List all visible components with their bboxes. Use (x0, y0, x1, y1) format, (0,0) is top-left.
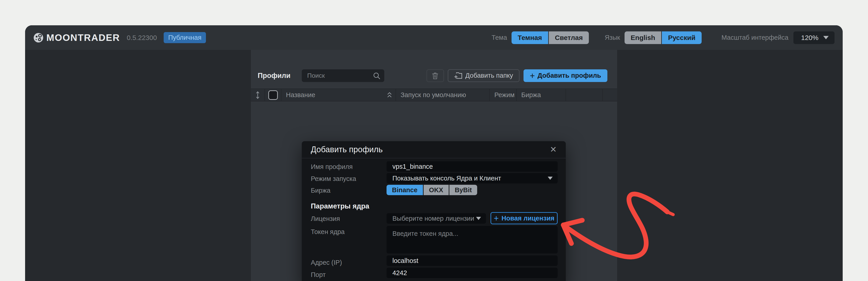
profiles-search (302, 69, 384, 82)
profiles-title: Профили (258, 72, 290, 80)
column-extra-1 (566, 89, 603, 101)
theme-light-button[interactable]: Светлая (548, 31, 589, 44)
core-token-label: Токен ядра (311, 228, 345, 236)
trash-icon (432, 72, 438, 79)
logo: MOONTRADER (33, 32, 120, 43)
header-controls: Тема Темная Светлая Язык English Русский… (492, 31, 835, 44)
core-token-textarea[interactable] (386, 226, 558, 253)
modal-title: Добавить профиль (311, 145, 383, 154)
delete-button[interactable] (427, 69, 444, 82)
launch-mode-select[interactable]: Показывать консоль Ядра и Клиент (386, 173, 558, 183)
profile-name-input[interactable] (386, 161, 558, 172)
sort-asc-icon (386, 92, 393, 99)
license-placeholder: Выберите номер лицензии (393, 215, 474, 222)
exchange-bybit-button[interactable]: ByBit (450, 185, 477, 195)
folder-plus-icon (454, 72, 462, 79)
column-exchange[interactable]: Биржа (517, 89, 566, 101)
address-input[interactable] (386, 255, 558, 266)
add-folder-label: Добавить папку (465, 72, 513, 79)
close-icon[interactable]: ✕ (550, 145, 557, 153)
launch-mode-label: Режим запуска (311, 175, 356, 182)
app-header: MOONTRADER 0.5.22300 Публичная Тема Темн… (25, 25, 843, 50)
exchange-label: Биржа (311, 187, 331, 194)
search-icon (373, 72, 381, 80)
ui-scale-dropdown[interactable]: 120% (794, 31, 835, 44)
license-select[interactable]: Выберите номер лицензии (386, 213, 486, 224)
app-version: 0.5.22300 (127, 34, 157, 42)
address-label: Адрес (IP) (311, 259, 342, 266)
column-extra-2 (603, 89, 617, 101)
column-exchange-label: Биржа (521, 91, 541, 99)
port-label: Порт (311, 271, 326, 279)
language-toggle: English Русский (625, 31, 702, 44)
theme-dark-button[interactable]: Темная (512, 31, 548, 44)
profiles-toolbar: Профили (251, 69, 617, 82)
chevron-down-icon (476, 217, 481, 220)
language-russian-button[interactable]: Русский (661, 31, 702, 44)
search-input[interactable] (302, 69, 384, 82)
updown-arrow-icon (255, 91, 260, 99)
core-params-heading: Параметры ядра (311, 202, 369, 210)
column-mode-label: Режим (494, 91, 515, 99)
exchange-toggle: Binance OKX ByBit (386, 185, 477, 195)
exchange-okx-button[interactable]: OKX (424, 185, 449, 195)
channel-badge: Публичная (164, 32, 206, 43)
profile-name-label: Имя профиля (311, 163, 352, 171)
add-profile-modal: Добавить профиль ✕ Имя профиля Режим зап… (302, 141, 566, 281)
license-label: Лицензия (311, 215, 340, 222)
launch-mode-value: Показывать консоль Ядра и Клиент (393, 175, 501, 182)
language-english-button[interactable]: English (625, 31, 661, 44)
chevron-down-icon (823, 36, 829, 39)
add-profile-label: Добавить профиль (537, 72, 601, 79)
moontrader-logo-icon (33, 33, 43, 43)
select-all-cell (265, 89, 281, 101)
column-reorder[interactable] (251, 89, 265, 101)
profiles-table-header: Название Запуск по умолчанию Режим Биржа (251, 89, 617, 101)
language-label: Язык (604, 34, 620, 41)
column-default-launch[interactable]: Запуск по умолчанию (396, 89, 490, 101)
column-name[interactable]: Название (281, 89, 396, 101)
add-profile-button[interactable]: + Добавить профиль (524, 69, 608, 82)
column-name-label: Название (286, 91, 315, 99)
new-license-label: Новая лицензия (502, 215, 555, 222)
port-input[interactable] (386, 268, 558, 278)
theme-toggle: Темная Светлая (512, 31, 589, 44)
new-license-button[interactable]: + Новая лицензия (491, 212, 558, 224)
column-mode[interactable]: Режим (490, 89, 517, 101)
chevron-down-icon (548, 177, 553, 180)
toolbar-actions: Добавить папку + Добавить профиль (427, 69, 608, 82)
select-all-checkbox[interactable] (268, 90, 278, 100)
ui-scale-value: 120% (801, 34, 818, 42)
app-title: MOONTRADER (46, 32, 120, 43)
ui-scale-label: Масштаб интерфейса (721, 34, 788, 41)
exchange-binance-button[interactable]: Binance (386, 185, 423, 195)
theme-label: Тема (492, 34, 507, 41)
add-folder-button[interactable]: Добавить папку (448, 69, 520, 82)
modal-header: Добавить профиль ✕ (302, 141, 566, 159)
column-default-launch-label: Запуск по умолчанию (401, 91, 466, 99)
